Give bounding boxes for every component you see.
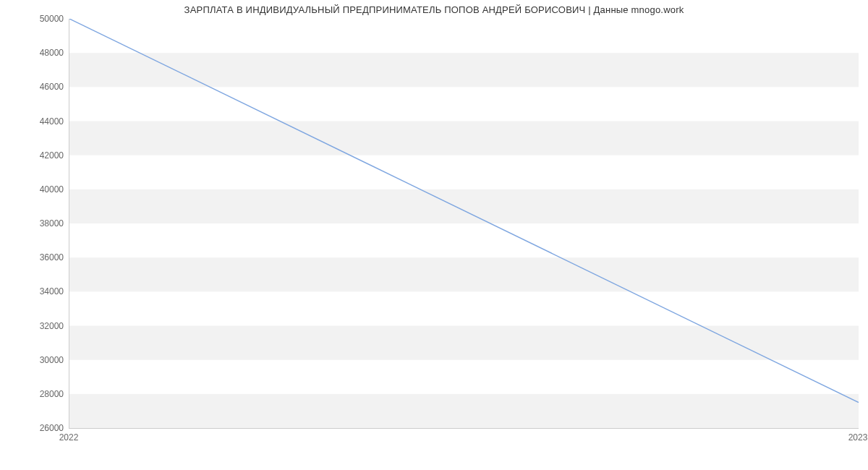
y-tick-label: 26000 [6, 423, 64, 433]
y-tick-label: 36000 [6, 252, 64, 262]
y-tick-label: 38000 [6, 218, 64, 228]
y-tick-label: 42000 [6, 150, 64, 161]
y-tick-label: 40000 [6, 184, 64, 195]
y-tick-label: 32000 [6, 321, 64, 331]
y-tick-label: 28000 [6, 389, 64, 399]
data-line [69, 19, 859, 428]
plot-area [69, 19, 859, 429]
x-tick-label: 2023 [848, 432, 868, 443]
y-tick-label: 30000 [6, 355, 64, 365]
y-tick-label: 46000 [6, 82, 64, 92]
y-tick-label: 34000 [6, 286, 64, 296]
y-tick-label: 48000 [6, 48, 64, 58]
chart-title: ЗАРПЛАТА В ИНДИВИДУАЛЬНЫЙ ПРЕДПРИНИМАТЕЛ… [0, 4, 868, 15]
chart-container: ЗАРПЛАТА В ИНДИВИДУАЛЬНЫЙ ПРЕДПРИНИМАТЕЛ… [0, 0, 868, 470]
y-tick-label: 44000 [6, 116, 64, 127]
y-tick-label: 50000 [6, 14, 64, 24]
x-tick-label: 2022 [59, 432, 79, 443]
